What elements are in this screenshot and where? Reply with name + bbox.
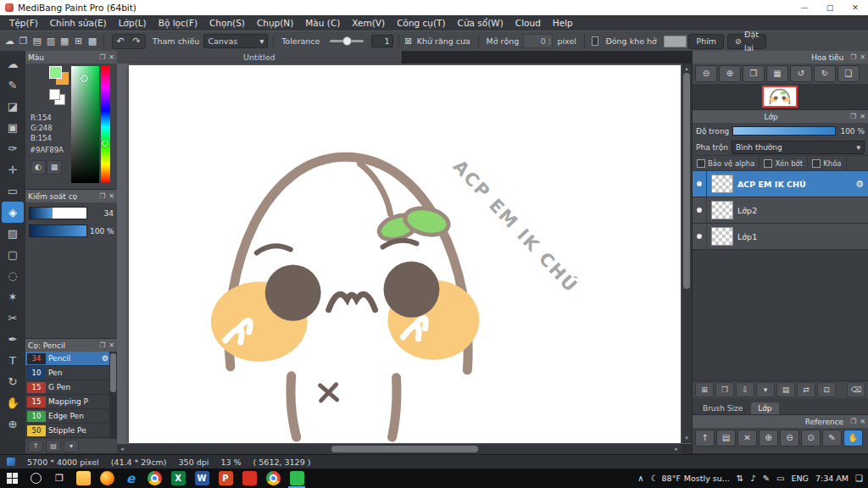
taskbar-app-chrome[interactable] — [142, 469, 166, 488]
brush-size-slider[interactable] — [29, 207, 87, 219]
tolerance-slider-knob[interactable] — [342, 36, 352, 46]
protect-alpha-checkbox[interactable]: Bảo vệ alpha — [693, 156, 760, 170]
nav-pixel-grid-icon[interactable]: ▦ — [766, 65, 788, 82]
ref-folder-icon[interactable]: ▤ — [716, 430, 736, 446]
ref-eyedropper-icon[interactable]: ✎ — [822, 430, 842, 446]
color-wheel-icon[interactable]: ◐ — [31, 160, 46, 175]
merge-layer-icon[interactable]: ⇩ — [736, 382, 754, 397]
weather-widget[interactable]: ☾ 88°F Mostly su... — [651, 474, 730, 483]
nav-rotate-left-icon[interactable]: ↺ — [790, 65, 812, 82]
brush-list-scrollbar[interactable] — [109, 352, 117, 439]
add-brush-icon[interactable]: ↑ — [28, 440, 43, 452]
clock[interactable]: 7:34 AM — [815, 474, 849, 483]
layer-row-acp[interactable]: ACP EM IK CHÚ ⚙ — [693, 171, 868, 197]
brush-tool[interactable]: ✑ — [2, 138, 24, 159]
magic-wand-tool[interactable]: ✶ — [2, 286, 24, 308]
layer-transfer-icon[interactable]: ⇄ — [797, 382, 815, 397]
close-icon[interactable]: ✕ — [860, 53, 865, 61]
maximize-button[interactable]: □ — [817, 0, 843, 15]
popout-icon[interactable]: ❐ — [99, 341, 105, 349]
vertical-scrollbar[interactable]: ▴ ▾ — [682, 64, 692, 443]
layer-folder-icon[interactable]: ▤ — [776, 382, 795, 397]
rotate-tool[interactable]: ↻ — [2, 371, 24, 392]
canvas-tab-untitled[interactable]: Untitled — [117, 51, 403, 64]
menu-item-view[interactable]: Xem(V) — [346, 18, 391, 28]
menu-item-filter[interactable]: Bộ lọc(F) — [153, 18, 203, 28]
spinner-down-icon[interactable]: ▾ — [548, 42, 551, 46]
brush-item-pen[interactable]: 10 Pen — [25, 366, 117, 380]
horizontal-scrollbar[interactable]: ◂ ▸ — [117, 444, 682, 454]
blend-mode-select[interactable]: Bình thường ▾ — [732, 141, 865, 154]
brush-size-value[interactable]: 34 — [90, 209, 114, 218]
scroll-left-icon[interactable]: ◂ — [117, 444, 127, 454]
menu-item-snap[interactable]: Chụp(N) — [251, 18, 299, 28]
brush-item-pencil[interactable]: 34 Pencil ⚙ — [25, 352, 117, 366]
tolerance-value[interactable]: 1 — [371, 35, 393, 47]
ref-zoom-out-icon[interactable]: ⊖ — [780, 430, 799, 446]
menu-item-cloud[interactable]: Cloud — [509, 18, 547, 28]
key-button[interactable]: Phím — [688, 34, 724, 49]
taskbar-app-firefox[interactable] — [95, 469, 119, 488]
bucket-tool[interactable]: ◈ — [2, 202, 24, 223]
minimize-button[interactable]: — — [792, 0, 817, 15]
sv-picker-dot[interactable] — [81, 75, 88, 82]
nav-fit-icon[interactable]: ❒ — [743, 65, 765, 82]
nav-reset-icon[interactable]: ❑ — [837, 65, 860, 82]
navigator-preview-thumb[interactable] — [762, 86, 798, 108]
menu-item-window[interactable]: Cửa sổ(W) — [452, 18, 509, 28]
taskbar-app-chrome-2[interactable] — [261, 469, 285, 488]
ref-close-icon[interactable]: ✕ — [737, 430, 757, 446]
hue-slider-dot[interactable] — [102, 140, 108, 147]
menu-item-layer[interactable]: Lớp(L) — [113, 18, 153, 28]
notification-center-icon[interactable]: ❏ — [855, 474, 863, 483]
close-gap-label[interactable]: Đóng khe hở — [605, 36, 656, 46]
menu-item-tools[interactable]: Công cụ(T) — [391, 18, 451, 28]
gradient-tool[interactable]: ▨ — [2, 223, 24, 244]
close-button[interactable]: ✕ — [843, 0, 868, 15]
pen-nib-tool[interactable]: ✒ — [2, 329, 24, 350]
cloud-tool[interactable]: ☁ — [2, 53, 24, 75]
popout-icon[interactable]: ❐ — [850, 418, 856, 425]
language-indicator[interactable]: ENG — [791, 474, 808, 483]
popout-icon[interactable]: ❐ — [99, 192, 105, 200]
publish-icon[interactable]: ❐ — [17, 34, 29, 49]
pen-settings-icon[interactable]: ✎ — [763, 474, 770, 483]
canvas-viewport[interactable]: ACP EM IK CHÚ ▴ ▾ ◂ ▸ — [117, 64, 692, 454]
brush-folder-icon[interactable]: ▤ — [46, 440, 61, 452]
material-icon[interactable]: ▩ — [86, 34, 98, 49]
nav-zoom-in-icon[interactable]: ⊕ — [719, 65, 741, 82]
layer-combine-icon[interactable]: ⊡ — [817, 382, 836, 397]
menu-item-edit[interactable]: Chỉnh sửa(E) — [44, 18, 113, 28]
start-button[interactable] — [0, 469, 24, 488]
undo-button[interactable]: ↶ — [113, 35, 129, 48]
layer-visibility-toggle[interactable] — [693, 171, 707, 197]
brush-item-edge-pen[interactable]: 10 Edge Pen — [25, 409, 117, 424]
ref-up-icon[interactable]: ↑ — [695, 430, 715, 446]
antialias-label[interactable]: Khử răng cưa — [417, 36, 470, 46]
menu-item-color[interactable]: Màu (C) — [299, 18, 346, 28]
brush-menu-icon[interactable]: ▾ — [64, 440, 79, 452]
layer-visibility-toggle[interactable] — [693, 197, 707, 223]
brush-item-mapping-pen[interactable]: 15 Mapping P — [25, 395, 117, 409]
color-grid-icon[interactable]: ▦ — [47, 160, 62, 175]
popout-icon[interactable]: ❐ — [99, 53, 105, 61]
close-icon[interactable]: ✕ — [860, 113, 865, 120]
ref-hand-icon[interactable]: ✋ — [843, 430, 863, 446]
layer-opacity-slider[interactable] — [732, 126, 836, 136]
delete-layer-icon[interactable]: ⌫ — [847, 382, 865, 397]
reference-select[interactable]: Canvas ▾ — [203, 34, 268, 48]
search-button[interactable] — [24, 469, 47, 488]
menu-item-help[interactable]: Help — [547, 18, 579, 28]
taskbar-app-medibang[interactable] — [285, 469, 309, 488]
touch-keyboard-icon[interactable]: ▭ — [776, 474, 784, 483]
redo-button[interactable]: ↷ — [129, 35, 145, 48]
grid-icon[interactable]: ⊞ — [72, 34, 84, 49]
tolerance-slider[interactable] — [330, 40, 363, 42]
hand-tool[interactable]: ✋ — [2, 392, 24, 413]
layer-settings-icon[interactable]: ⚙ — [855, 179, 864, 190]
close-icon[interactable]: ✕ — [108, 53, 114, 61]
brush-item-gpen[interactable]: 15 G Pen — [25, 380, 117, 395]
stamp-tool[interactable]: ▣ — [2, 117, 24, 138]
duplicate-layer-icon[interactable]: ❐ — [715, 382, 734, 397]
zoom-tool[interactable]: ⊕ — [2, 413, 24, 435]
